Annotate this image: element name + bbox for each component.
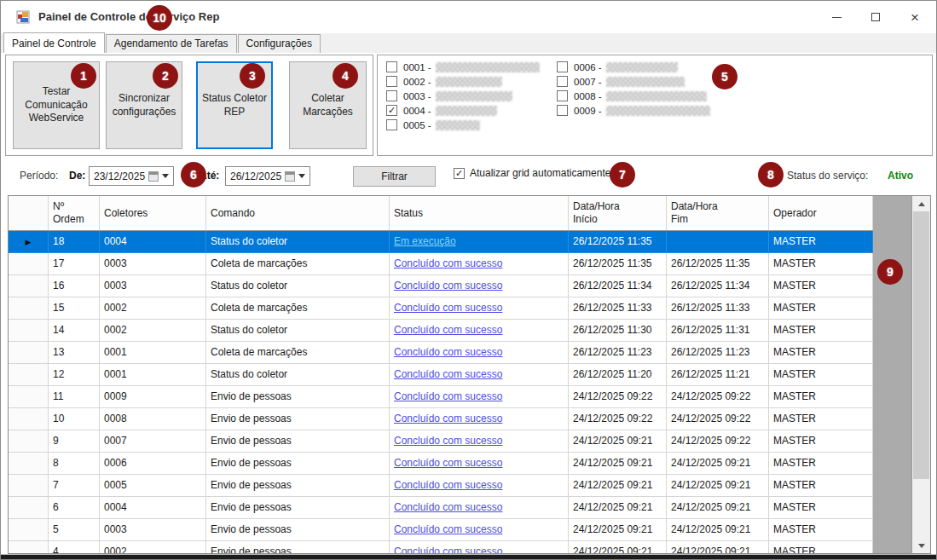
auto-refresh-checkbox-group[interactable]: ✓ Atualizar grid automaticamente	[454, 167, 610, 179]
column-header-ordem[interactable]: Nº Ordem	[49, 196, 100, 230]
collector-checkbox[interactable]	[386, 76, 397, 87]
row-selector-cell[interactable]	[9, 386, 49, 408]
row-selector-cell[interactable]	[9, 541, 49, 554]
column-header-fim[interactable]: Data/Hora Fim	[667, 196, 769, 230]
column-header-coletores[interactable]: Coletores	[100, 196, 206, 230]
status-link[interactable]: Concluído com sucesso	[394, 457, 502, 469]
scroll-down-button[interactable]	[912, 538, 930, 553]
tab-painel-de-controle[interactable]: Painel de Controle	[3, 32, 105, 53]
collector-checkbox[interactable]	[557, 90, 568, 101]
grid-vertical-scrollbar[interactable]	[911, 196, 930, 553]
column-header-inicio[interactable]: Data/Hora Início	[569, 196, 667, 230]
table-row[interactable]: 130001Coleta de marcaçõesConcluído com s…	[9, 342, 873, 364]
to-date-picker[interactable]: 26/12/2025	[225, 166, 310, 186]
annotation-badge-8: 8	[758, 162, 784, 188]
cell-coletores: 0005	[100, 475, 206, 497]
collector-name-redacted	[436, 62, 540, 72]
table-row[interactable]: 90007Envio de pessoasConcluído com suces…	[9, 430, 873, 453]
table-row[interactable]: 40002Envio de pessoasConcluído com suces…	[9, 541, 873, 554]
collector-name-redacted	[436, 106, 497, 116]
status-link[interactable]: Concluído com sucesso	[394, 346, 502, 358]
status-link[interactable]: Concluído com sucesso	[394, 390, 502, 402]
scrollbar-track[interactable]	[912, 211, 930, 538]
column-header-status[interactable]: Status	[390, 196, 569, 230]
row-selector-cell[interactable]: ▶	[9, 231, 49, 253]
annotation-badge-2: 2	[153, 63, 178, 89]
from-date-picker[interactable]: 23/12/2025	[89, 166, 174, 186]
table-row[interactable]: ▶180004Status do coletorEm execução26/12…	[9, 231, 873, 253]
status-link[interactable]: Concluído com sucesso	[394, 523, 502, 535]
collector-item[interactable]: ✓0004 -	[386, 103, 540, 118]
collector-item[interactable]: 0009 -	[557, 103, 710, 118]
status-link[interactable]: Concluído com sucesso	[394, 280, 502, 292]
status-link[interactable]: Concluído com sucesso	[394, 302, 502, 314]
table-row[interactable]: 80006Envio de pessoasConcluído com suces…	[9, 453, 873, 475]
column-header-operador[interactable]: Operador	[769, 196, 873, 230]
collector-name-redacted	[606, 91, 707, 101]
row-selector-cell[interactable]	[9, 430, 49, 453]
table-row[interactable]: 160003Status do coletorConcluído com suc…	[9, 275, 873, 297]
maximize-button[interactable]	[856, 1, 895, 33]
cell-inicio: 24/12/2025 09:21	[569, 497, 667, 519]
collector-checkbox[interactable]	[557, 61, 568, 72]
row-selector-cell[interactable]	[9, 320, 49, 342]
row-selector-cell[interactable]	[9, 475, 49, 497]
cell-status: Concluído com sucesso	[390, 519, 569, 541]
status-link[interactable]: Concluído com sucesso	[394, 368, 502, 380]
collector-item[interactable]: 0008 -	[557, 89, 710, 103]
collector-item[interactable]: 0001 -	[386, 60, 540, 74]
status-link[interactable]: Concluído com sucesso	[394, 501, 502, 513]
row-selector-cell[interactable]	[9, 453, 49, 475]
scroll-up-button[interactable]	[912, 196, 930, 211]
tab-agendamento-de-tarefas[interactable]: Agendamento de Tarefas	[106, 34, 237, 53]
collector-item[interactable]: 0003 -	[386, 89, 540, 103]
table-row[interactable]: 170003Coleta de marcaçõesConcluído com s…	[9, 253, 873, 275]
collector-item[interactable]: 0005 -	[386, 118, 540, 132]
table-row[interactable]: 60004Envio de pessoasConcluído com suces…	[9, 497, 873, 519]
row-selector-cell[interactable]	[9, 297, 49, 320]
cell-inicio: 26/12/2025 11:20	[569, 364, 667, 386]
cell-ordem: 16	[49, 275, 100, 297]
status-link[interactable]: Concluído com sucesso	[394, 257, 502, 269]
table-row[interactable]: 140002Status do coletorConcluído com suc…	[9, 320, 873, 342]
row-selector-cell[interactable]	[9, 342, 49, 364]
row-selector-cell[interactable]	[9, 519, 49, 541]
collector-checkbox[interactable]	[386, 61, 397, 72]
table-row[interactable]: 100008Envio de pessoasConcluído com suce…	[9, 408, 873, 430]
status-link[interactable]: Concluído com sucesso	[394, 413, 502, 424]
cell-comando: Envio de pessoas	[206, 453, 390, 475]
collector-checkbox[interactable]	[557, 105, 568, 116]
table-row[interactable]: 150002Coleta de marcaçõesConcluído com s…	[9, 297, 873, 320]
collector-item[interactable]: 0006 -	[557, 60, 710, 74]
collector-checkbox[interactable]	[386, 90, 397, 101]
collector-item[interactable]: 0002 -	[386, 74, 540, 89]
row-selector-cell[interactable]	[9, 275, 49, 297]
row-selector-cell[interactable]	[9, 253, 49, 275]
row-selector-cell[interactable]	[9, 497, 49, 519]
status-link[interactable]: Concluído com sucesso	[394, 546, 502, 554]
auto-refresh-label: Atualizar grid automaticamente	[470, 167, 610, 179]
table-row[interactable]: 120001Status do coletorConcluído com suc…	[9, 364, 873, 386]
close-button[interactable]: ×	[895, 1, 934, 33]
tab-configuracoes[interactable]: Configurações	[238, 34, 321, 53]
scrollbar-thumb[interactable]	[913, 211, 929, 479]
collector-item[interactable]: 0007 -	[557, 74, 710, 89]
filtrar-button[interactable]: Filtrar	[353, 166, 436, 187]
status-link[interactable]: Concluído com sucesso	[394, 479, 502, 491]
collector-checkbox[interactable]	[557, 76, 568, 87]
annotation-badge-5: 5	[712, 64, 737, 89]
auto-refresh-checkbox[interactable]: ✓	[454, 168, 465, 179]
table-row[interactable]: 110009Envio de pessoasConcluído com suce…	[9, 386, 873, 408]
minimize-button[interactable]	[817, 1, 856, 33]
table-row[interactable]: 50003Envio de pessoasConcluído com suces…	[9, 519, 873, 541]
row-selector-cell[interactable]	[9, 408, 49, 430]
collector-checkbox[interactable]	[386, 119, 397, 130]
status-link[interactable]: Em execução	[394, 235, 456, 247]
table-row[interactable]: 70005Envio de pessoasConcluído com suces…	[9, 475, 873, 497]
status-link[interactable]: Concluído com sucesso	[394, 435, 502, 447]
cell-comando: Coleta de marcações	[206, 342, 390, 364]
row-selector-cell[interactable]	[9, 364, 49, 386]
column-header-comando[interactable]: Comando	[206, 196, 390, 230]
status-link[interactable]: Concluído com sucesso	[394, 324, 502, 336]
collector-checkbox[interactable]: ✓	[386, 105, 397, 116]
